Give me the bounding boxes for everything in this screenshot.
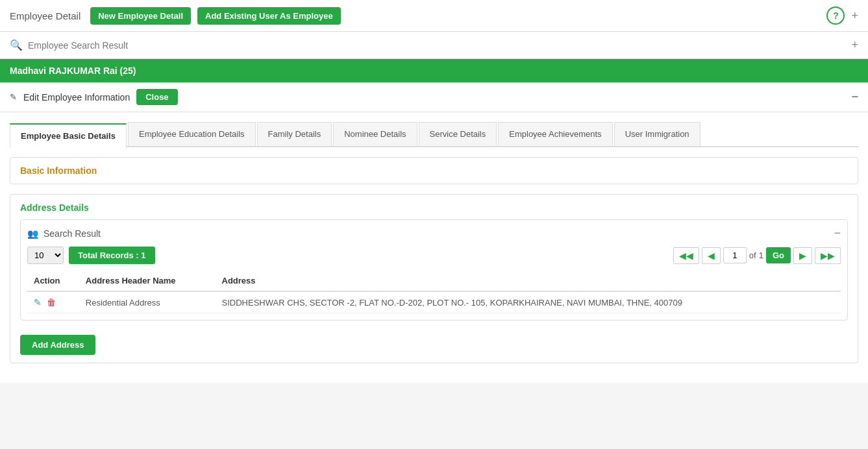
tab-family-details[interactable]: Family Details — [257, 122, 332, 146]
edit-icon: ✎ — [10, 92, 17, 102]
tab-basic-details[interactable]: Employee Basic Details — [10, 123, 127, 147]
search-result-header: 👥 Search Result − — [27, 226, 841, 240]
edit-row-icon[interactable]: ✎ — [34, 297, 42, 308]
new-employee-detail-button[interactable]: New Employee Detail — [90, 7, 191, 25]
tab-achievements[interactable]: Employee Achievements — [498, 122, 612, 146]
employee-name: Madhavi RAJKUMAR Rai (25) — [10, 66, 136, 76]
tabs-container: Employee Basic Details Employee Educatio… — [10, 122, 858, 147]
add-existing-user-button[interactable]: Add Existing User As Employee — [197, 7, 341, 25]
tab-education-details[interactable]: Employee Education Details — [128, 122, 256, 146]
col-action: Action — [27, 271, 79, 291]
table-row: ✎ 🗑 Residential Address SIDDHESHWAR CHS,… — [27, 291, 841, 313]
action-icons: ✎ 🗑 — [34, 297, 73, 308]
close-button[interactable]: Close — [136, 89, 177, 105]
first-page-button[interactable]: ◀◀ — [673, 247, 699, 264]
address-cell: SIDDHESHWAR CHS, SECTOR -2, FLAT NO.-D-2… — [216, 291, 841, 313]
tab-service-details[interactable]: Service Details — [419, 122, 497, 146]
col-address: Address — [216, 271, 841, 291]
people-icon: 👥 — [27, 228, 38, 239]
top-header: Employee Detail New Employee Detail Add … — [0, 0, 868, 32]
tab-nominee-details[interactable]: Nominee Details — [333, 122, 417, 146]
search-result-minimize[interactable]: − — [834, 226, 841, 240]
minimize-button[interactable]: − — [851, 90, 858, 104]
total-pages: 1 — [759, 250, 763, 260]
main-content: Employee Basic Details Employee Educatio… — [0, 112, 868, 383]
next-page-button[interactable]: ▶ — [793, 247, 812, 264]
prev-page-button[interactable]: ◀ — [702, 247, 721, 264]
pagination-controls: ◀◀ ◀ of 1 Go ▶ ▶▶ — [673, 247, 841, 264]
edit-section: ✎ Edit Employee Information Close − — [0, 82, 868, 112]
add-address-button[interactable]: Add Address — [20, 335, 95, 355]
address-details-title: Address Details — [20, 202, 848, 213]
page-number-input[interactable] — [723, 247, 747, 263]
search-icon: 🔍 — [10, 39, 23, 51]
search-input[interactable] — [28, 40, 846, 51]
employee-name-bar: Madhavi RAJKUMAR Rai (25) — [0, 59, 868, 82]
search-result-label: Search Result — [43, 228, 101, 239]
page-title: Employee Detail — [10, 10, 81, 21]
last-page-button[interactable]: ▶▶ — [815, 247, 841, 264]
total-records-badge: Total Records : 1 — [69, 247, 155, 264]
address-details-section: Address Details 👥 Search Result − 10 25 … — [10, 194, 858, 363]
per-page-select[interactable]: 10 25 50 100 — [27, 247, 64, 264]
delete-row-icon[interactable]: 🗑 — [47, 297, 56, 308]
search-result-box: 👥 Search Result − 10 25 50 100 Total Rec… — [20, 219, 848, 321]
tab-immigration[interactable]: User Immigration — [614, 122, 701, 146]
pagination-row: 10 25 50 100 Total Records : 1 ◀◀ ◀ of 1… — [27, 247, 841, 264]
search-plus-icon[interactable]: + — [851, 38, 858, 52]
go-button[interactable]: Go — [766, 247, 791, 263]
action-cell: ✎ 🗑 — [27, 291, 79, 313]
search-bar: 🔍 + — [0, 32, 868, 59]
header-plus-icon[interactable]: + — [851, 9, 858, 23]
address-header-name-cell: Residential Address — [79, 291, 216, 313]
basic-information-section: Basic Information — [10, 157, 858, 184]
basic-information-title: Basic Information — [20, 165, 848, 176]
help-button[interactable]: ? — [826, 6, 845, 25]
col-address-header-name: Address Header Name — [79, 271, 216, 291]
edit-label: Edit Employee Information — [23, 92, 130, 103]
address-table: Action Address Header Name Address ✎ 🗑 — [27, 271, 841, 313]
